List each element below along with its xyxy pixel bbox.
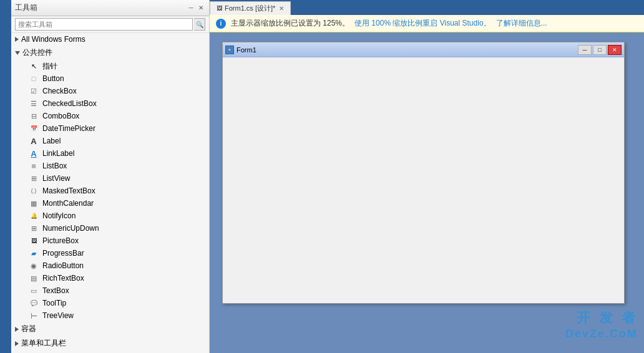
list-item[interactable]: 指针 [11, 60, 209, 72]
watermark-line1: 开 发 者 [565, 309, 638, 327]
richtextbox-icon [29, 273, 39, 283]
listbox-icon [29, 161, 39, 171]
watermark: 开 发 者 DevZe.CoM [565, 309, 638, 341]
form-titlebar: ▪ Form1 ─ □ ✕ [223, 42, 624, 57]
tree-item-label: MaskedTextBox [42, 186, 95, 195]
tree-items-container: 指针ButtonCheckBoxCheckedListBoxComboBoxDa… [11, 60, 209, 322]
expand-icon [15, 37, 19, 42]
notification-action2[interactable]: 了解详细信息... [496, 18, 547, 29]
combobox-icon [29, 111, 39, 121]
tab-bar: 🖼 Form1.cs [设计]* ✕ [210, 0, 644, 15]
toolbox-controls: ─ ✕ [187, 4, 205, 12]
list-item[interactable]: NotifyIcon [11, 210, 209, 222]
cursor-icon [29, 61, 39, 71]
list-item[interactable]: CheckBox [11, 85, 209, 97]
search-button[interactable]: 🔍 [194, 18, 205, 31]
info-icon: i [216, 19, 226, 29]
list-item[interactable]: RichTextBox [11, 272, 209, 284]
tree-item-label: PictureBox [42, 236, 79, 245]
tree-item-label: CheckBox [42, 87, 77, 95]
side-tab-bar [0, 0, 11, 353]
tree-item-label: NumericUpDown [42, 224, 99, 233]
menus-toolbars-header[interactable]: 菜单和工具栏 [11, 336, 209, 351]
list-item[interactable]: ComboBox [11, 110, 209, 122]
tree-item-label: ProgressBar [42, 249, 84, 258]
tree-item-label: RichTextBox [42, 274, 84, 283]
form-icon: 🖼 [217, 5, 222, 11]
tree-item-label: NotifyIcon [42, 211, 76, 220]
maskedtextbox-icon [29, 186, 39, 196]
progressbar-icon [29, 248, 39, 258]
list-item[interactable]: MonthCalendar [11, 197, 209, 210]
search-input[interactable] [15, 18, 193, 31]
list-item[interactable]: DateTimePicker [11, 122, 209, 135]
linklabel-icon [29, 148, 39, 158]
list-item[interactable]: Label [11, 135, 209, 147]
notification-text: 主显示器缩放比例已设置为 125%。 [231, 18, 349, 29]
toolbox-header: 工具箱 ─ ✕ [11, 0, 209, 16]
close-toolbox-button[interactable]: ✕ [197, 4, 205, 12]
notification-bar: i 主显示器缩放比例已设置为 125%。 使用 100% 缩放比例重启 Visu… [210, 15, 644, 32]
list-item[interactable]: ListBox [11, 160, 209, 172]
tree-item-label: LinkLabel [42, 149, 74, 158]
textbox-icon [29, 286, 39, 296]
list-item[interactable]: MaskedTextBox [11, 185, 209, 197]
auto-hide-button[interactable]: ─ [187, 4, 195, 12]
tree-item-label: ToolTip [42, 299, 66, 307]
form-title-left: ▪ Form1 [225, 46, 256, 54]
list-item[interactable]: ProgressBar [11, 247, 209, 259]
button-icon [29, 74, 39, 84]
list-item[interactable]: Button [11, 72, 209, 85]
expand-icon [15, 341, 19, 346]
maximize-button[interactable]: □ [593, 45, 607, 55]
tree-item-label: ComboBox [42, 112, 79, 120]
tree-item-label: Button [42, 74, 64, 83]
toolbox-search-bar: 🔍 [11, 16, 209, 33]
list-item[interactable]: CheckedListBox [11, 97, 209, 110]
monthcalendar-icon [29, 198, 39, 208]
tab-label: Form1.cs [设计]* [225, 4, 275, 13]
list-item[interactable]: LinkLabel [11, 147, 209, 160]
list-item[interactable]: ToolTip [11, 297, 209, 309]
numericupdown-icon [29, 223, 39, 233]
form-body[interactable] [223, 57, 624, 303]
list-item[interactable]: TreeView [11, 309, 209, 322]
form-app-icon: ▪ [225, 46, 234, 54]
close-button[interactable]: ✕ [608, 45, 622, 55]
radiobutton-icon [29, 261, 39, 271]
list-item[interactable]: NumericUpDown [11, 222, 209, 235]
list-item[interactable]: RadioButton [11, 259, 209, 272]
tree-item-label: CheckedListBox [42, 99, 97, 108]
form-window[interactable]: ▪ Form1 ─ □ ✕ [222, 42, 625, 304]
containers-header[interactable]: 容器 [11, 322, 209, 336]
tab-close-button[interactable]: ✕ [279, 5, 284, 12]
form-designer-tab[interactable]: 🖼 Form1.cs [设计]* ✕ [210, 1, 291, 15]
notification-action1[interactable]: 使用 100% 缩放比例重启 Visual Studio。 [354, 18, 491, 29]
tree-item-label: MonthCalendar [42, 199, 94, 208]
label-icon [29, 136, 39, 146]
listview-icon [29, 173, 39, 183]
minimize-button[interactable]: ─ [578, 45, 592, 55]
public-controls-header[interactable]: 公共控件 [11, 46, 209, 60]
checkedlistbox-icon [29, 99, 39, 109]
tree-item-label: ListView [42, 174, 70, 183]
treeview-icon [29, 311, 39, 321]
checkbox-icon [29, 86, 39, 96]
tree-item-label: Label [42, 137, 61, 145]
toolbox-panel: 工具箱 ─ ✕ 🔍 All Windows Forms 公共控件 指针Butto… [11, 0, 210, 353]
watermark-line2: DevZe.CoM [565, 327, 638, 341]
toolbox-tree: All Windows Forms 公共控件 指针ButtonCheckBoxC… [11, 33, 209, 353]
tooltip-icon [29, 298, 39, 308]
tree-item-label: TextBox [42, 286, 69, 295]
designer-area[interactable]: ▪ Form1 ─ □ ✕ [210, 32, 644, 353]
tree-item-label: RadioButton [42, 261, 84, 270]
tree-item-label: DateTimePicker [42, 124, 95, 133]
search-icon: 🔍 [196, 21, 203, 28]
tree-item-label: 指针 [42, 61, 57, 72]
list-item[interactable]: TextBox [11, 284, 209, 297]
all-windows-forms-header[interactable]: All Windows Forms [11, 33, 209, 46]
notifyicon-icon [29, 211, 39, 221]
list-item[interactable]: ListView [11, 172, 209, 185]
list-item[interactable]: PictureBox [11, 235, 209, 247]
toolbox-title: 工具箱 [15, 2, 37, 13]
